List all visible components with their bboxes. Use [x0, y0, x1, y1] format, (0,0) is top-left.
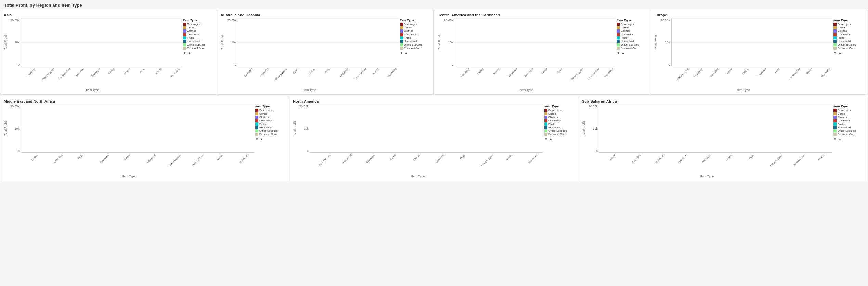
chart-with-legend: Total Profit20.65k10k0CosmeticsOffice Su…	[4, 18, 214, 92]
legend-item: Cosmetics	[833, 33, 864, 36]
legend-color-box	[833, 36, 837, 39]
legend-item: Office Supplies	[400, 43, 431, 46]
sort-asc-button[interactable]: ▲	[404, 51, 408, 55]
legend-item: Clothes	[255, 116, 286, 119]
bar-label: Cosmetics	[632, 154, 647, 169]
sort-asc-button[interactable]: ▲	[621, 51, 625, 55]
chart-title: Australia and Oceania	[221, 13, 431, 17]
legend-item: Beverages	[183, 23, 214, 26]
legend-item: Beverages	[833, 109, 864, 112]
bar-label: Fruits	[459, 154, 471, 165]
legend-color-box	[255, 119, 258, 122]
legend-item: Beverages	[617, 23, 647, 26]
legend-label: Fruits	[259, 122, 266, 126]
chart-legend: Item TypeBeveragesCerealClothesCosmetics…	[400, 18, 431, 92]
legend-label: Office Supplies	[621, 43, 639, 46]
legend-label: Beverages	[259, 109, 272, 112]
legend-color-box	[833, 29, 837, 32]
legend-color-box	[544, 116, 547, 119]
sort-asc-button[interactable]: ▲	[549, 137, 553, 141]
bar-label: Household	[342, 154, 358, 169]
legend-label: Personal Care	[548, 133, 566, 136]
chart-legend: Item TypeBeveragesCerealClothesCosmetics…	[833, 105, 864, 178]
legend-color-box	[833, 109, 837, 112]
legend-title: Item Type	[833, 18, 864, 22]
bar-label: Vegetables	[655, 154, 670, 169]
legend-color-box	[183, 47, 186, 50]
sort-desc-button[interactable]: ▼	[617, 51, 620, 55]
chart-title: Middle East and North Africa	[4, 99, 286, 103]
y-axis: 20.65k10k0	[8, 18, 21, 66]
legend-label: Cosmetics	[259, 119, 272, 122]
legend-item: Clothes	[833, 116, 864, 119]
legend-label: Cereal	[187, 26, 195, 29]
chart-legend: Item TypeBeveragesCerealClothesCosmetics…	[183, 18, 214, 92]
chart-with-legend: Total Profit20.65k10k0CerealCosmeticsVeg…	[582, 105, 864, 178]
plot-area	[599, 105, 832, 153]
legend-label: Household	[187, 40, 200, 43]
legend-color-box	[183, 36, 186, 39]
plot-area	[21, 18, 182, 66]
sort-desc-button[interactable]: ▼	[833, 137, 837, 141]
legend-color-box	[255, 122, 258, 126]
sort-desc-button[interactable]: ▼	[400, 51, 403, 55]
legend-item: Cereal	[617, 26, 647, 29]
legend-item: Office Supplies	[544, 129, 575, 132]
sort-asc-button[interactable]: ▲	[260, 137, 263, 141]
legend-label: Fruits	[548, 122, 555, 126]
legend-label: Fruits	[404, 36, 411, 39]
legend-item: Household	[400, 40, 431, 43]
legend-item: Personal Care	[833, 47, 864, 50]
sort-desc-button[interactable]: ▼	[183, 51, 186, 55]
legend-label: Personal Care	[259, 133, 277, 136]
sort-asc-button[interactable]: ▲	[838, 137, 842, 141]
bars-row	[21, 18, 182, 66]
bar-label: Vegetables	[239, 154, 255, 169]
legend-color-box	[183, 43, 186, 46]
x-axis-title: Item Type	[438, 88, 616, 92]
legend-color-box	[400, 26, 403, 29]
legend-item: Office Supplies	[183, 43, 214, 46]
chart-with-legend: Total Profit20.65k10k0ClothesCosmeticsFr…	[4, 105, 286, 178]
legend-color-box	[255, 109, 258, 112]
legend-item: Office Supplies	[833, 43, 864, 46]
legend-color-box	[544, 119, 547, 122]
sort-desc-button[interactable]: ▼	[255, 137, 259, 141]
x-axis-title: Item Type	[654, 88, 832, 92]
y-axis: 20.65k10k0	[442, 18, 455, 66]
legend-label: Clothes	[548, 116, 558, 119]
legend-color-box	[183, 29, 186, 32]
legend-label: Clothes	[259, 116, 269, 119]
legend-item: Household	[255, 126, 286, 129]
sort-controls: ▼▲	[544, 137, 575, 141]
legend-label: Fruits	[838, 36, 844, 39]
bar-label: Cereal	[124, 154, 136, 166]
x-axis-title: Item Type	[221, 88, 399, 92]
legend-item: Personal Care	[183, 47, 214, 50]
legend-label: Cereal	[621, 26, 629, 29]
plot-area	[310, 105, 543, 153]
legend-color-box	[544, 122, 547, 126]
legend-item: Cereal	[833, 26, 864, 29]
bar-label: Cereal	[609, 154, 622, 166]
sort-asc-button[interactable]: ▲	[188, 51, 191, 55]
legend-color-box	[833, 23, 837, 26]
legend-color-box	[255, 133, 258, 136]
legend-color-box	[544, 112, 547, 115]
x-axis-title: Item Type	[4, 174, 254, 178]
legend-color-box	[255, 112, 258, 115]
plot-area	[238, 18, 399, 66]
legend-color-box	[617, 33, 620, 36]
x-labels-row: CosmeticsOffice SuppliesPersonal CareHou…	[4, 66, 182, 77]
x-labels-row: Office SuppliesHouseholdBeveragesCerealC…	[654, 66, 832, 77]
sort-desc-button[interactable]: ▼	[544, 137, 548, 141]
legend-label: Cereal	[838, 26, 846, 29]
chart-panel-middle-east-and-north-africa: Middle East and North AfricaTotal Profit…	[1, 96, 289, 181]
sort-desc-button[interactable]: ▼	[833, 51, 837, 55]
sort-asc-button[interactable]: ▲	[838, 51, 842, 55]
y-axis-title: Total Profit	[4, 105, 7, 153]
bar-label: Snacks	[217, 154, 229, 166]
legend-label: Personal Care	[838, 47, 855, 50]
sort-controls: ▼▲	[400, 51, 431, 55]
legend-label: Beverages	[404, 23, 417, 26]
